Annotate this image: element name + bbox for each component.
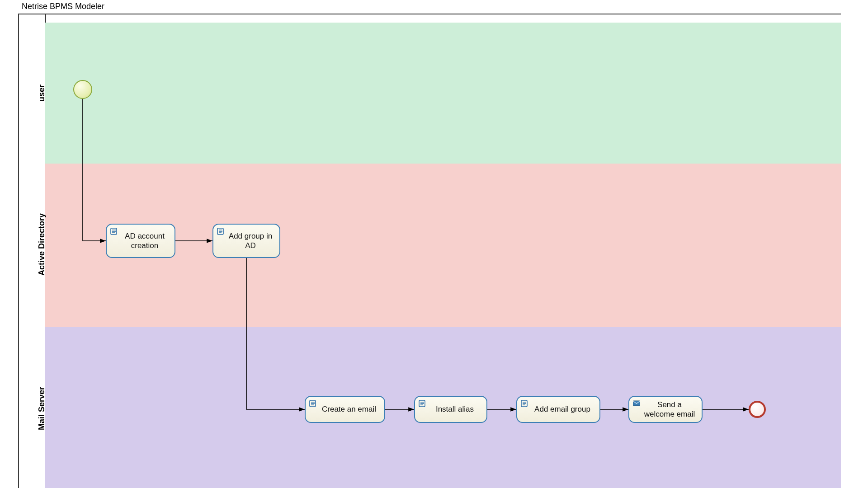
- script-icon: [110, 227, 118, 235]
- task-label: Create an email: [318, 404, 380, 414]
- script-icon: [520, 399, 528, 408]
- bpmn-canvas[interactable]: Netrise BPMS Modeler user Active Directo…: [0, 0, 868, 488]
- task-label: Add group in AD: [226, 231, 275, 251]
- task-label: AD account creation: [119, 231, 170, 251]
- task-add-email-group[interactable]: Add email group: [516, 396, 600, 423]
- script-icon: [217, 227, 225, 235]
- script-icon: [418, 399, 426, 408]
- script-icon: [309, 399, 317, 408]
- task-ad-account-creation[interactable]: AD account creation: [106, 224, 175, 258]
- pool-border-top: [18, 14, 841, 14]
- lane-label-user: user: [37, 84, 47, 102]
- start-event[interactable]: [73, 80, 92, 99]
- task-create-an-email[interactable]: Create an email: [305, 396, 385, 423]
- lane-label-mail: Mail Server: [37, 387, 47, 430]
- pool-border-outer: [18, 14, 19, 488]
- task-add-group-in-ad[interactable]: Add group in AD: [212, 224, 280, 258]
- end-event[interactable]: [749, 401, 766, 418]
- message-icon: [632, 399, 641, 408]
- task-send-welcome-email[interactable]: Send a welcome email: [628, 396, 703, 423]
- task-install-alias[interactable]: Install alias: [414, 396, 487, 423]
- task-label: Add email group: [530, 404, 595, 414]
- task-label: Install alias: [428, 404, 482, 414]
- lane-label-ad: Active Directory: [37, 213, 47, 276]
- lane-user[interactable]: [45, 23, 841, 164]
- task-label: Send a welcome email: [642, 400, 697, 419]
- pool-title: Netrise BPMS Modeler: [22, 2, 104, 11]
